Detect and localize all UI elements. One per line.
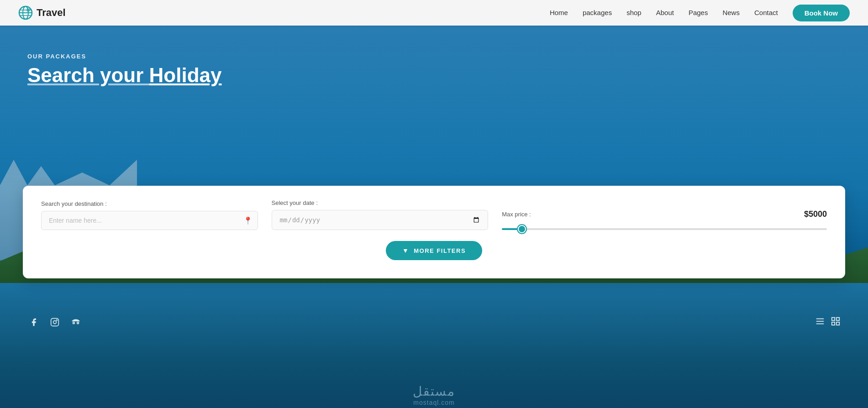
- hero-subtitle: OUR PACKAGES: [27, 53, 868, 60]
- svg-point-8: [57, 320, 58, 321]
- nav-shop[interactable]: shop: [626, 9, 642, 16]
- svg-point-11: [73, 323, 74, 324]
- more-filters-wrap: ▼ MORE FILTERS: [41, 241, 827, 260]
- social-bar: [27, 316, 82, 329]
- price-top: Max price : $5000: [502, 209, 827, 219]
- brand-name: Travel: [37, 7, 66, 19]
- nav-home[interactable]: Home: [550, 9, 568, 16]
- tripadvisor-icon[interactable]: [69, 316, 82, 329]
- destination-field: Search your destination : 📍: [41, 200, 258, 230]
- price-value: $5000: [804, 209, 827, 219]
- date-input[interactable]: [272, 210, 489, 230]
- book-now-button[interactable]: Book Now: [793, 5, 850, 21]
- nav-pages[interactable]: Pages: [689, 9, 708, 16]
- list-view-button[interactable]: [815, 316, 825, 329]
- view-toggle: [815, 316, 841, 329]
- svg-point-7: [53, 321, 57, 324]
- price-field: Max price : $5000: [502, 209, 827, 230]
- price-slider[interactable]: [502, 228, 827, 230]
- svg-point-12: [77, 323, 78, 324]
- destination-label: Search your destination :: [41, 200, 258, 207]
- destination-input[interactable]: [41, 211, 258, 230]
- navbar: Travel Home packages shop About Pages Ne…: [0, 0, 868, 26]
- watermark-latin: mostaql.com: [413, 399, 455, 406]
- nav-news[interactable]: News: [722, 9, 740, 16]
- hero-title-plain: Search your: [27, 64, 149, 86]
- nav-contact[interactable]: Contact: [754, 9, 778, 16]
- date-label: Select your date :: [272, 199, 489, 206]
- hero-section: OUR PACKAGES Search your Holiday Search …: [0, 26, 868, 408]
- svg-rect-18: [832, 322, 835, 325]
- location-icon: 📍: [243, 216, 253, 225]
- more-filters-label: MORE FILTERS: [414, 247, 466, 254]
- brand-logo[interactable]: Travel: [18, 5, 66, 20]
- svg-rect-6: [51, 319, 59, 326]
- more-filters-button[interactable]: ▼ MORE FILTERS: [386, 241, 482, 260]
- main-nav: Home packages shop About Pages News Cont…: [550, 5, 850, 21]
- watermark: مستقل mostaql.com: [413, 384, 455, 406]
- globe-icon: [18, 5, 33, 20]
- svg-rect-16: [832, 318, 835, 320]
- instagram-icon[interactable]: [48, 316, 61, 329]
- nav-about[interactable]: About: [656, 9, 674, 16]
- svg-rect-19: [836, 322, 839, 325]
- svg-rect-17: [836, 318, 839, 320]
- filter-icon: ▼: [402, 247, 409, 254]
- hero-title-emphasis: Holiday: [149, 64, 222, 86]
- destination-input-wrap: 📍: [41, 211, 258, 230]
- grid-view-button[interactable]: [831, 316, 841, 329]
- hero-title: Search your Holiday: [27, 64, 868, 86]
- search-fields: Search your destination : 📍 Select your …: [41, 199, 827, 230]
- watermark-arabic: مستقل: [413, 384, 455, 399]
- search-box: Search your destination : 📍 Select your …: [23, 186, 845, 278]
- facebook-icon[interactable]: [27, 316, 40, 329]
- date-field: Select your date :: [272, 199, 489, 230]
- svg-point-5: [26, 8, 30, 12]
- price-label: Max price :: [502, 211, 531, 218]
- nav-packages[interactable]: packages: [583, 9, 612, 16]
